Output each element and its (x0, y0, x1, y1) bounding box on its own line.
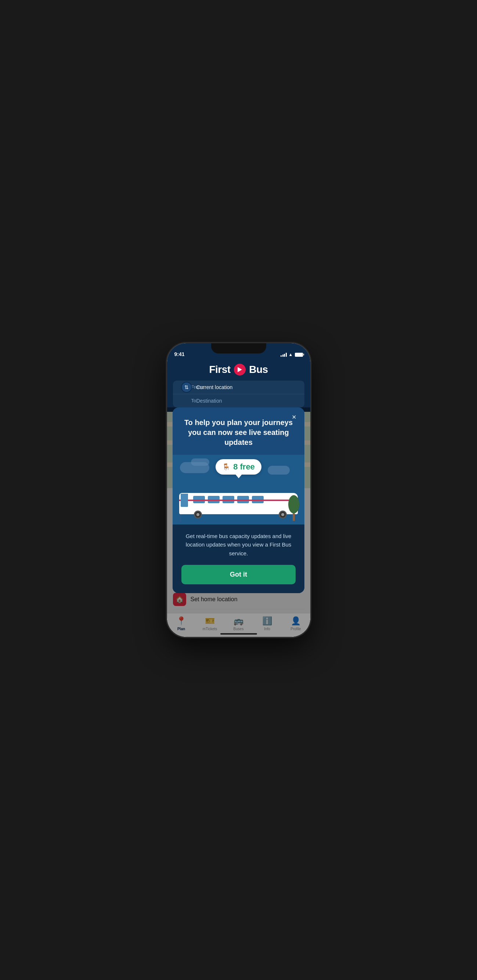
cloud-right (268, 466, 290, 474)
bus-illustration (179, 490, 298, 522)
signal-icon (281, 353, 287, 357)
modal-overlay: × To help you plan your journeys you can… (167, 407, 310, 637)
app-header: First Bus ⇅ From: Current location To: D… (167, 360, 310, 412)
to-label: To: (178, 398, 196, 403)
seat-icon: 🪑 (222, 463, 230, 471)
modal-title: To help you plan your journeys you can n… (182, 418, 295, 447)
logo-text: First Bus (209, 364, 268, 375)
tree-decoration (288, 499, 299, 521)
seats-count: 8 free (233, 462, 255, 472)
battery-icon (295, 353, 303, 357)
modal: × To help you plan your journeys you can… (172, 407, 305, 593)
route-to-row[interactable]: To: Destination (173, 394, 305, 407)
got-it-button[interactable]: Got it (182, 565, 295, 584)
modal-header: To help you plan your journeys you can n… (172, 407, 305, 455)
status-icons: ▲ (281, 352, 303, 357)
modal-description: Get real-time bus capacity updates and l… (182, 532, 295, 558)
wifi-icon: ▲ (289, 352, 293, 357)
bus-wheel-rear (279, 511, 287, 519)
route-from-row: ⇅ From: Current location (173, 380, 305, 394)
modal-body: Get real-time bus capacity updates and l… (172, 525, 305, 593)
logo-icon (234, 364, 246, 375)
modal-illustration: 🪑 8 free (172, 455, 305, 525)
to-input[interactable]: Destination (196, 398, 222, 404)
status-time: 9:41 (174, 351, 185, 357)
phone-frame: 9:41 ▲ First Bus (167, 343, 310, 637)
swap-button[interactable]: ⇅ (181, 382, 192, 393)
seats-bubble: 🪑 8 free (215, 459, 262, 474)
phone-screen: 9:41 ▲ First Bus (167, 343, 310, 637)
route-box: ⇅ From: Current location To: Destination (173, 380, 305, 407)
cloud-left-2 (191, 458, 209, 466)
bus-wheel-front (194, 511, 202, 519)
from-value: Current location (196, 384, 233, 390)
app-logo: First Bus (173, 364, 305, 376)
notch (211, 343, 266, 353)
close-button[interactable]: × (289, 412, 299, 422)
